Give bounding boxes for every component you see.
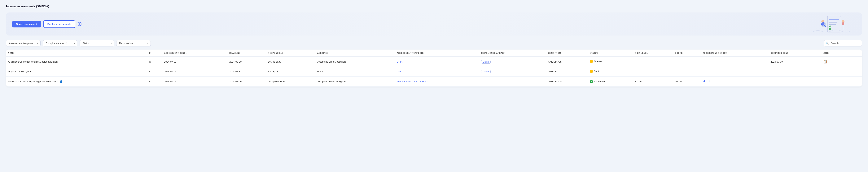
more-options-icon[interactable]: ⋮: [846, 80, 850, 83]
row1-compliance: GDPR: [479, 57, 546, 67]
row1-responsible: Louise Skou: [266, 57, 315, 67]
row1-score: [673, 57, 701, 67]
assessments-table: NAME ID ASSESSMENT SENT ↓ DEADLINE RESPO…: [6, 50, 862, 87]
row3-compliance: [479, 77, 546, 87]
row2-deadline: 2024-07-31: [227, 67, 266, 77]
public-assessments-button[interactable]: Public assessments: [43, 20, 75, 28]
col-assessment-sent[interactable]: ASSESSMENT SENT ↓: [162, 50, 227, 57]
col-compliance-areas: COMPLIANCE AREA(S): [479, 50, 546, 57]
col-assessment-report: ASSESSMENT REPORT: [701, 50, 769, 57]
responsible-filter[interactable]: Responsible: [116, 40, 151, 46]
col-sent-from: SENT FROM: [547, 50, 588, 57]
row2-template[interactable]: DPIA: [395, 67, 479, 77]
row3-risk-level-text: Low: [638, 80, 642, 83]
row3-id: 55: [147, 77, 162, 87]
gdpr-badge: GDPR: [481, 70, 491, 73]
row2-status-text: Sent: [594, 70, 599, 73]
row2-assignee: Peter D: [315, 67, 395, 77]
search-icon: 🔍: [826, 42, 829, 45]
header-section: Send assessment Public assessments i ✓ ✓: [6, 13, 862, 35]
search-input[interactable]: [824, 40, 862, 46]
col-status: STATUS: [588, 50, 633, 57]
svg-text:✓: ✓: [830, 26, 831, 27]
row3-more[interactable]: ⋮: [844, 77, 862, 87]
row2-risk-level: [633, 67, 673, 77]
col-name: NAME: [6, 50, 147, 57]
col-risk-level: RISK LEVEL: [633, 50, 673, 57]
col-reminder-sent: REMINDER SENT: [769, 50, 821, 57]
download-report-button[interactable]: ⬇: [708, 79, 712, 84]
row1-deadline: 2024-08-30: [227, 57, 266, 67]
row1-report: [701, 57, 769, 67]
note-button[interactable]: 📋: [823, 59, 828, 64]
more-options-icon[interactable]: ⋮: [846, 60, 850, 64]
view-report-button[interactable]: 👁: [703, 79, 707, 84]
row3-assessment-sent: 2024-07-09: [162, 77, 227, 87]
row3-template[interactable]: Internal assessment m. score: [395, 77, 479, 87]
row1-assignee: Josephine Broe Moesgaard: [315, 57, 395, 67]
filters-row: Assessment template Compliance area(s) S…: [6, 40, 862, 46]
status-dot-green: [590, 80, 593, 83]
row1-risk-level: [633, 57, 673, 67]
assessment-template-select[interactable]: Assessment template: [6, 40, 40, 46]
row3-status-text: Submitted: [594, 80, 605, 83]
row3-risk-level: ▾ Low: [633, 77, 673, 87]
table-row: Upgrade of HR system 56 2024-07-09 2024-…: [6, 67, 862, 77]
row1-template-link[interactable]: DPIA: [397, 60, 402, 63]
svg-rect-3: [829, 22, 837, 23]
row3-template-link[interactable]: Internal assessment m. score: [397, 80, 428, 83]
svg-rect-15: [842, 22, 844, 25]
row3-score: 100 %: [673, 77, 701, 87]
row2-note: [821, 67, 844, 77]
compliance-areas-filter[interactable]: Compliance area(s): [43, 40, 77, 46]
row1-name: AI project: Customer insights & personal…: [6, 57, 147, 67]
row3-deadline: 2024-07-09: [227, 77, 266, 87]
row2-id: 56: [147, 67, 162, 77]
col-actions: [844, 50, 862, 57]
gdpr-badge: GDPR: [481, 60, 491, 64]
row3-name: Public assessment regarding policy compl…: [6, 77, 147, 87]
row2-more[interactable]: ⋮: [844, 67, 862, 77]
col-responsible: RESPONSIBLE: [266, 50, 315, 57]
row3-name-text: Public assessment regarding policy compl…: [8, 80, 58, 83]
row3-sent-from: SMEDIA A/S: [547, 77, 588, 87]
row1-more[interactable]: ⋮: [844, 57, 862, 67]
status-indicator: Opened: [590, 60, 602, 63]
status-select[interactable]: Status: [80, 40, 114, 46]
row1-note[interactable]: 📋: [821, 57, 844, 67]
svg-point-12: [821, 20, 824, 23]
row1-id: 57: [147, 57, 162, 67]
row1-template[interactable]: DPIA: [395, 57, 479, 67]
svg-rect-1: [829, 19, 839, 20]
row2-sent-from: SMEDIA: [547, 67, 588, 77]
responsible-select[interactable]: Responsible: [116, 40, 151, 46]
status-indicator: Submitted: [590, 80, 605, 83]
row1-sent-from: SMEDIA A/S: [547, 57, 588, 67]
col-id: ID: [147, 50, 162, 57]
row2-compliance: GDPR: [479, 67, 546, 77]
assessment-template-filter[interactable]: Assessment template: [6, 40, 40, 46]
row2-template-link[interactable]: DPIA: [397, 70, 402, 73]
info-icon[interactable]: i: [78, 22, 82, 26]
row1-assessment-sent: 2024-07-09: [162, 57, 227, 67]
row1-reminder-sent: 2024-07-09: [769, 57, 821, 67]
row2-responsible: Ane Kjær: [266, 67, 315, 77]
row3-report[interactable]: 👁 ⬇: [701, 77, 769, 87]
col-deadline: DEADLINE: [227, 50, 266, 57]
illustration: ✓ ✓: [812, 14, 850, 35]
table-row: AI project: Customer insights & personal…: [6, 57, 862, 67]
row1-status-text: Opened: [594, 60, 602, 63]
col-assessment-template: ASSESSMENT TEMPLATE: [395, 50, 479, 57]
status-dot-yellow: [590, 60, 593, 63]
row1-status: Opened: [588, 57, 633, 67]
compliance-areas-select[interactable]: Compliance area(s): [43, 40, 77, 46]
status-filter[interactable]: Status: [80, 40, 114, 46]
svg-rect-13: [822, 22, 824, 25]
row2-assessment-sent: 2024-07-09: [162, 67, 227, 77]
table-header-row: NAME ID ASSESSMENT SENT ↓ DEADLINE RESPO…: [6, 50, 862, 57]
row3-responsible: Josephine Broe: [266, 77, 315, 87]
download-icon: ⬇: [709, 80, 711, 83]
more-options-icon[interactable]: ⋮: [846, 70, 850, 74]
col-assignee: ASSIGNEE: [315, 50, 395, 57]
send-assessment-button[interactable]: Send assessment: [12, 21, 41, 27]
